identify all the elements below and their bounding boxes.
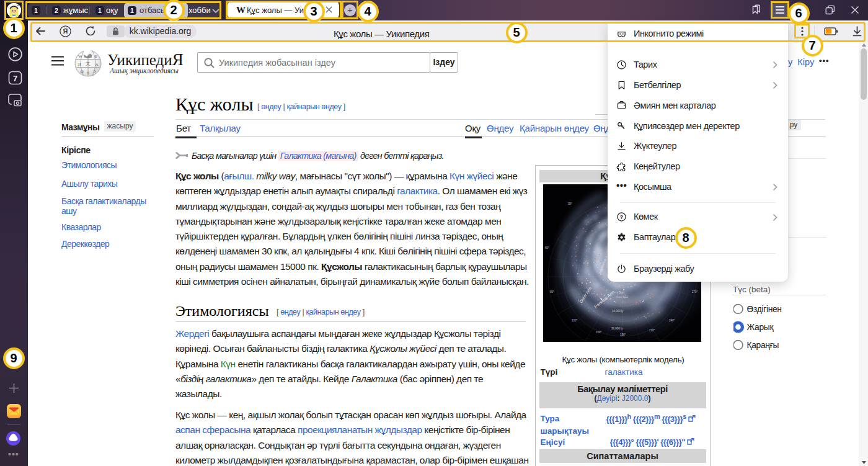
svg-text:ή: ή <box>87 70 89 75</box>
svg-text:30°: 30° <box>568 202 572 205</box>
svg-text:180°: 180° <box>620 333 626 336</box>
svg-text:270°: 270° <box>692 290 698 293</box>
svg-text:Қараңғы: Қараңғы <box>747 341 779 350</box>
svg-text:120°: 120° <box>572 319 578 322</box>
svg-text:7: 7 <box>13 74 17 83</box>
svg-text:36,000 ly: 36,000 ly <box>611 327 623 330</box>
svg-text:Б: Б <box>95 54 97 59</box>
svg-text:Жарық: Жарық <box>747 323 774 332</box>
svg-text:10,000 ly: 10,000 ly <box>612 310 624 313</box>
svg-text:A: A <box>95 62 98 67</box>
svg-text:60°: 60° <box>545 246 549 249</box>
svg-text:?: ? <box>620 214 623 220</box>
svg-text:150°: 150° <box>596 331 602 334</box>
svg-text:240°: 240° <box>669 319 675 322</box>
svg-text:И: И <box>78 62 81 67</box>
svg-text:Өздігінен: Өздігінен <box>747 305 782 314</box>
svg-text:90°: 90° <box>550 290 554 293</box>
svg-text:Ω: Ω <box>80 69 83 74</box>
svg-text:Э: Э <box>93 69 96 74</box>
svg-text:Sun: Sun <box>619 291 624 294</box>
svg-text:Orion Spur: Orion Spur <box>616 295 629 298</box>
svg-text:文: 文 <box>86 61 91 66</box>
svg-text:W: W <box>78 54 82 59</box>
svg-text:210°: 210° <box>649 329 655 332</box>
